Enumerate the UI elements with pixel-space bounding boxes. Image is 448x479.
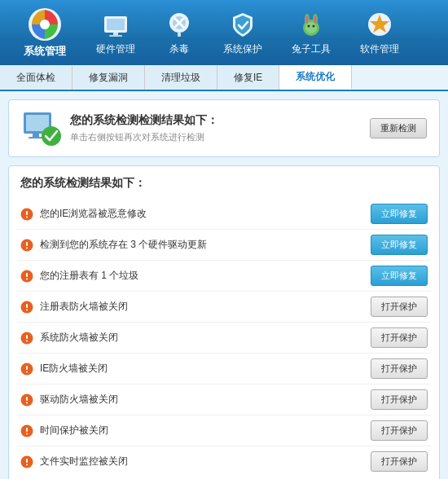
- svg-rect-33: [26, 278, 28, 279]
- result-left-5: IE防火墙被关闭: [20, 362, 108, 376]
- nav-software-label: 软件管理: [360, 42, 399, 56]
- computer-with-check-icon: [21, 110, 62, 147]
- result-left-3: 注册表防火墙被关闭: [20, 300, 128, 314]
- warning-icon: [20, 363, 33, 376]
- banner-subtitle: 单击右侧按钮再次对系统进行检测: [70, 131, 218, 143]
- protect-button-7[interactable]: 打开保护: [371, 420, 428, 441]
- svg-rect-45: [26, 402, 28, 403]
- protect-button-6[interactable]: 打开保护: [371, 389, 428, 410]
- svg-rect-32: [26, 273, 28, 277]
- recheck-button[interactable]: 重新检测: [370, 118, 427, 138]
- results-section: 您的系统检测结果如下： 您的IE浏览器被恶意修改立即修复 检测到您的系统存在 3…: [8, 165, 440, 479]
- protect-button-5[interactable]: 打开保护: [371, 358, 428, 379]
- svg-rect-47: [26, 428, 28, 432]
- warning-icon: [20, 208, 33, 221]
- svg-point-1: [40, 20, 50, 29]
- svg-rect-30: [26, 247, 28, 248]
- svg-rect-22: [33, 134, 39, 137]
- tab-0[interactable]: 全面体检: [0, 65, 72, 90]
- software-icon: [365, 10, 394, 39]
- banner-left: 您的系统检测检测结果如下： 单击右侧按钮再次对系统进行检测: [21, 110, 218, 147]
- result-text-5: IE防火墙被关闭: [40, 362, 108, 376]
- nav-hardware[interactable]: 硬件管理: [81, 0, 150, 65]
- svg-rect-41: [26, 366, 28, 370]
- result-row-5: IE防火墙被关闭打开保护: [17, 354, 431, 385]
- result-left-2: 您的注册表有 1 个垃圾: [20, 269, 138, 283]
- result-left-4: 系统防火墙被关闭: [20, 331, 118, 345]
- svg-rect-38: [26, 335, 28, 339]
- result-text-6: 驱动防火墙被关闭: [40, 393, 118, 406]
- result-left-7: 时间保护被关闭: [20, 424, 108, 437]
- svg-rect-51: [26, 464, 28, 465]
- result-text-7: 时间保护被关闭: [40, 424, 108, 437]
- fix-button-2[interactable]: 立即修复: [371, 266, 428, 286]
- result-row-8: 文件实时监控被关闭打开保护: [17, 446, 431, 477]
- result-row-3: 注册表防火墙被关闭打开保护: [17, 292, 431, 323]
- result-left-0: 您的IE浏览器被恶意修改: [20, 207, 147, 221]
- warning-icon: [20, 332, 33, 345]
- nav-shield[interactable]: 系统保护: [209, 0, 277, 65]
- result-row-0: 您的IE浏览器被恶意修改立即修复: [17, 199, 431, 230]
- nav-software[interactable]: 软件管理: [345, 0, 414, 65]
- top-header: 系统管理 硬件管理 杀毒: [0, 0, 448, 65]
- svg-rect-23: [29, 137, 43, 138]
- tab-2[interactable]: 清理垃圾: [145, 65, 217, 90]
- hardware-icon: [101, 10, 130, 39]
- logo-icon: [27, 7, 63, 42]
- protect-button-4[interactable]: 打开保护: [371, 327, 428, 348]
- result-row-4: 系统防火墙被关闭打开保护: [17, 323, 431, 354]
- result-row-1: 检测到您的系统存在 3 个硬件驱动更新立即修复: [17, 230, 431, 261]
- shield-icon: [228, 10, 257, 39]
- warning-icon: [20, 455, 33, 468]
- fix-button-1[interactable]: 立即修复: [371, 235, 428, 255]
- main-content: 您的系统检测检测结果如下： 单击右侧按钮再次对系统进行检测 重新检测 您的系统检…: [0, 91, 448, 479]
- banner-text-wrap: 您的系统检测检测结果如下： 单击右侧按钮再次对系统进行检测: [70, 113, 218, 143]
- result-text-0: 您的IE浏览器被恶意修改: [40, 207, 147, 221]
- nav-shield-label: 系统保护: [223, 42, 262, 56]
- svg-point-24: [42, 126, 61, 146]
- nav-hardware-label: 硬件管理: [96, 42, 135, 56]
- nav-antivirus-label: 杀毒: [169, 42, 189, 56]
- warning-icon: [20, 301, 33, 314]
- result-row-6: 驱动防火墙被关闭打开保护: [17, 385, 431, 415]
- protect-button-3[interactable]: 打开保护: [371, 297, 428, 317]
- computer-icon-wrap: [21, 110, 62, 147]
- tab-4[interactable]: 系统优化: [279, 65, 352, 90]
- svg-rect-29: [26, 242, 28, 246]
- nav-rabbit[interactable]: 兔子工具: [277, 0, 345, 65]
- svg-point-17: [308, 24, 310, 27]
- antivirus-icon: [165, 10, 194, 39]
- svg-point-16: [305, 22, 317, 33]
- protect-button-8[interactable]: 打开保护: [371, 451, 428, 472]
- fix-button-0[interactable]: 立即修复: [371, 204, 428, 224]
- svg-rect-26: [26, 211, 28, 215]
- results-section-title: 您的系统检测结果如下：: [17, 176, 431, 191]
- warning-icon: [20, 424, 33, 437]
- tab-bar: 全面体检修复漏洞清理垃圾修复IE系统优化: [0, 65, 448, 91]
- nav-antivirus[interactable]: 杀毒: [150, 0, 209, 65]
- result-left-1: 检测到您的系统存在 3 个硬件驱动更新: [20, 238, 207, 252]
- banner-title: 您的系统检测检测结果如下：: [70, 113, 218, 128]
- result-text-2: 您的注册表有 1 个垃圾: [40, 269, 138, 283]
- logo-area: 系统管理: [8, 7, 81, 59]
- result-banner: 您的系统检测检测结果如下： 单击右侧按钮再次对系统进行检测 重新检测: [8, 99, 440, 157]
- svg-rect-35: [26, 304, 28, 308]
- svg-rect-48: [26, 433, 28, 434]
- svg-rect-50: [26, 459, 28, 463]
- result-row-7: 时间保护被关闭打开保护: [17, 415, 431, 446]
- tab-3[interactable]: 修复IE: [217, 65, 279, 90]
- result-text-4: 系统防火墙被关闭: [40, 331, 118, 345]
- result-row-2: 您的注册表有 1 个垃圾立即修复: [17, 261, 431, 292]
- svg-rect-5: [109, 35, 122, 37]
- header-nav: 硬件管理 杀毒 系统保护: [81, 0, 440, 65]
- warning-icon: [20, 393, 33, 406]
- result-left-8: 文件实时监控被关闭: [20, 455, 128, 468]
- svg-rect-39: [26, 340, 28, 341]
- rabbit-icon: [296, 10, 326, 39]
- warning-icon: [20, 270, 33, 283]
- nav-rabbit-label: 兔子工具: [292, 42, 331, 56]
- svg-rect-27: [26, 216, 28, 218]
- svg-rect-3: [107, 19, 125, 30]
- tab-1[interactable]: 修复漏洞: [72, 65, 145, 90]
- svg-rect-44: [26, 397, 28, 401]
